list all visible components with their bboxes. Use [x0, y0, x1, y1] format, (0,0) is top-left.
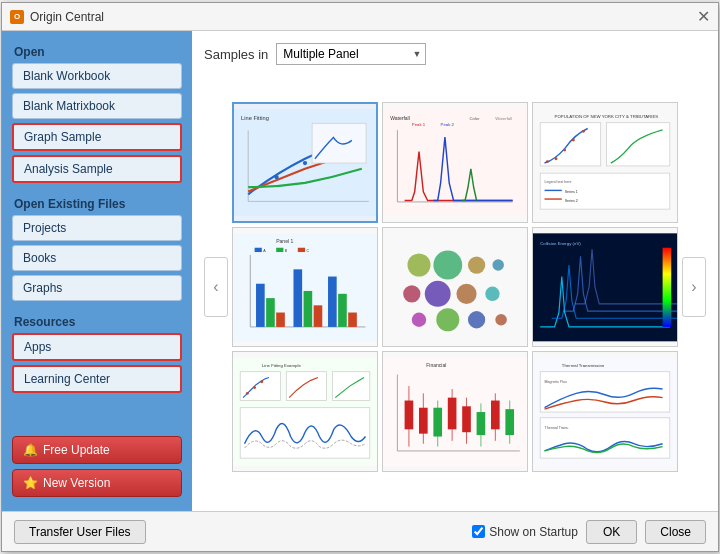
gallery-cell-5[interactable] — [382, 227, 528, 348]
svg-point-54 — [492, 259, 504, 271]
svg-text:Legend text here: Legend text here — [545, 180, 572, 184]
sidebar: Open Blank Workbook Blank Matrixbook Gra… — [2, 31, 192, 511]
svg-rect-39 — [304, 291, 313, 327]
svg-rect-97 — [540, 372, 670, 412]
svg-rect-88 — [462, 407, 471, 433]
blank-matrixbook-button[interactable]: Blank Matrixbook — [12, 93, 182, 119]
bell-icon: 🔔 — [23, 443, 38, 457]
svg-text:Magnetic Flux: Magnetic Flux — [545, 381, 568, 385]
gallery-cell-3[interactable]: POPULATION OF NEW YORK CITY & TRIBUTARIE… — [532, 102, 678, 223]
gallery-cell-2[interactable]: Waterfall Color Waterfall — [382, 102, 528, 223]
svg-rect-99 — [540, 418, 670, 458]
gallery-grid: Line Fitting — [232, 102, 678, 472]
svg-point-58 — [485, 286, 499, 300]
chart-9: Thermal Transmission Magnetic Flux Therm… — [533, 352, 677, 471]
gallery-cell-6[interactable]: Collision Energy (eV) — [532, 227, 678, 348]
svg-rect-90 — [477, 412, 486, 435]
chart-7: Line Fitting Example — [233, 352, 377, 471]
svg-rect-86 — [448, 398, 457, 430]
svg-point-71 — [260, 381, 263, 384]
chart-5 — [383, 228, 527, 347]
svg-text:Collision Energy (eV): Collision Energy (eV) — [540, 241, 581, 246]
svg-text:Color: Color — [469, 116, 480, 121]
svg-rect-94 — [505, 409, 514, 435]
samples-select[interactable]: Multiple Panel 2D Graphs 3D Graphs Stati… — [276, 43, 426, 65]
svg-text:C: C — [306, 249, 309, 253]
chart-6: Collision Energy (eV) — [533, 228, 677, 347]
svg-rect-80 — [405, 401, 414, 430]
analysis-sample-button[interactable]: Analysis Sample — [12, 155, 182, 183]
svg-point-52 — [433, 250, 462, 279]
show-startup-container: Show on Startup — [472, 525, 578, 539]
books-button[interactable]: Books — [12, 245, 182, 271]
learning-center-button[interactable]: Learning Center — [12, 365, 182, 393]
svg-text:Series 2: Series 2 — [565, 199, 578, 203]
svg-rect-84 — [433, 408, 442, 437]
app-icon: O — [10, 10, 24, 24]
svg-point-21 — [563, 149, 566, 152]
svg-rect-44 — [255, 247, 262, 251]
samples-label: Samples in — [204, 47, 268, 62]
gallery-cell-8[interactable]: Financial — [382, 351, 528, 472]
window-title: Origin Central — [30, 10, 104, 24]
open-existing-section-label: Open Existing Files — [2, 191, 192, 213]
gallery-container: ‹ Line Fitting — [204, 75, 706, 499]
svg-point-19 — [546, 160, 549, 163]
footer-right: Show on Startup OK Close — [472, 520, 706, 544]
svg-text:Line Fitting Example: Line Fitting Example — [262, 364, 302, 369]
svg-point-23 — [582, 130, 585, 133]
new-version-button[interactable]: ⭐ New Version — [12, 469, 182, 497]
open-section-label: Open — [2, 39, 192, 61]
svg-rect-82 — [419, 408, 428, 434]
content-area: Open Blank Workbook Blank Matrixbook Gra… — [2, 31, 718, 511]
svg-text:Thermal Transmission: Thermal Transmission — [562, 364, 605, 369]
graphs-button[interactable]: Graphs — [12, 275, 182, 301]
close-button[interactable]: Close — [645, 520, 706, 544]
svg-rect-18 — [540, 123, 600, 166]
svg-rect-35 — [256, 283, 265, 326]
svg-point-56 — [425, 281, 451, 307]
svg-point-59 — [412, 312, 426, 326]
sidebar-bottom: 🔔 Free Update ⭐ New Version — [2, 430, 192, 503]
svg-rect-68 — [240, 372, 280, 401]
projects-button[interactable]: Projects — [12, 215, 182, 241]
ok-button[interactable]: OK — [586, 520, 637, 544]
prev-arrow-button[interactable]: ‹ — [204, 257, 228, 317]
gallery-cell-7[interactable]: Line Fitting Example — [232, 351, 378, 472]
svg-point-20 — [555, 157, 558, 160]
svg-rect-37 — [276, 312, 285, 326]
star-icon: ⭐ — [23, 476, 38, 490]
svg-text:POPULATION OF NEW YORK CITY & : POPULATION OF NEW YORK CITY & TRIBUTARIE… — [555, 114, 659, 119]
close-window-button[interactable]: ✕ — [697, 9, 710, 25]
svg-rect-65 — [663, 247, 672, 326]
svg-text:Line Fitting: Line Fitting — [241, 115, 269, 121]
svg-point-53 — [468, 256, 485, 273]
svg-text:Peak 2: Peak 2 — [441, 122, 455, 127]
free-update-button[interactable]: 🔔 Free Update — [12, 436, 182, 464]
show-on-startup-checkbox[interactable] — [472, 525, 485, 538]
show-on-startup-label: Show on Startup — [489, 525, 578, 539]
svg-rect-48 — [298, 247, 305, 251]
titlebar: O Origin Central ✕ — [2, 3, 718, 31]
apps-button[interactable]: Apps — [12, 333, 182, 361]
graph-sample-button[interactable]: Graph Sample — [12, 123, 182, 151]
titlebar-left: O Origin Central — [10, 10, 104, 24]
resources-section-label: Resources — [2, 309, 192, 331]
svg-text:Peak 1: Peak 1 — [412, 122, 426, 127]
chart-3: POPULATION OF NEW YORK CITY & TRIBUTARIE… — [533, 103, 677, 222]
gallery-cell-1[interactable]: Line Fitting — [232, 102, 378, 223]
svg-rect-46 — [276, 247, 283, 251]
blank-workbook-button[interactable]: Blank Workbook — [12, 63, 182, 89]
gallery-cell-4[interactable]: Panel 1 — [232, 227, 378, 348]
svg-point-60 — [436, 308, 459, 331]
transfer-user-files-button[interactable]: Transfer User Files — [14, 520, 146, 544]
svg-rect-42 — [338, 293, 347, 326]
gallery-cell-9[interactable]: Thermal Transmission Magnetic Flux Therm… — [532, 351, 678, 472]
svg-rect-43 — [348, 312, 357, 326]
svg-rect-92 — [491, 401, 500, 430]
svg-text:Thermal Trans.: Thermal Trans. — [545, 427, 569, 431]
svg-rect-36 — [266, 298, 275, 327]
next-arrow-button[interactable]: › — [682, 257, 706, 317]
main-content: Samples in Multiple Panel 2D Graphs 3D G… — [192, 31, 718, 511]
svg-point-57 — [456, 283, 476, 303]
